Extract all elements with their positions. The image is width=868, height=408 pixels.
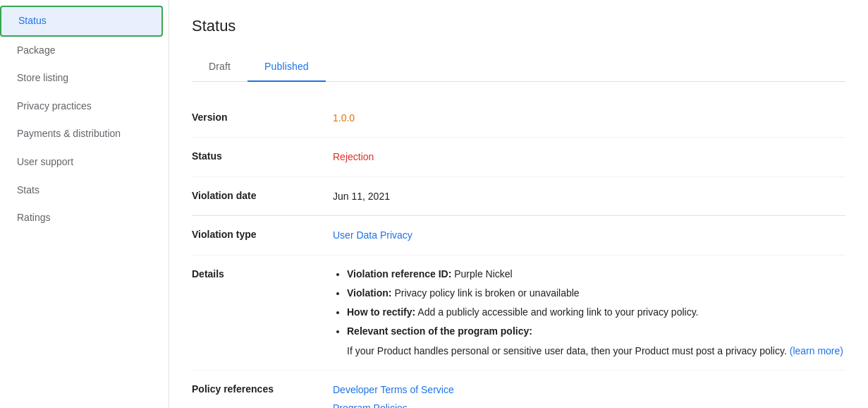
content-table: Version1.0.0StatusRejectionViolation dat…: [192, 99, 845, 408]
detail-item: Violation: Privacy policy link is broken…: [347, 286, 845, 301]
policy-link-program-policies[interactable]: Program Policies: [333, 400, 845, 408]
tab-draft[interactable]: Draft: [192, 52, 247, 82]
main-content: Status DraftPublished Version1.0.0Status…: [169, 0, 868, 408]
value-version: 1.0.0: [333, 110, 845, 126]
row-version: Version1.0.0: [192, 99, 845, 138]
tab-published[interactable]: Published: [247, 52, 326, 82]
label-violation-date: Violation date: [192, 188, 333, 201]
label-details: Details: [192, 267, 333, 280]
value-violation-type[interactable]: User Data Privacy: [333, 227, 845, 243]
sidebar-item-ratings[interactable]: Ratings: [0, 204, 163, 232]
sidebar: StatusPackageStore listingPrivacy practi…: [0, 0, 169, 408]
policy-links: Developer Terms of ServiceProgram Polici…: [333, 382, 845, 408]
sidebar-item-store-listing[interactable]: Store listing: [0, 64, 163, 92]
detail-item: Violation reference ID: Purple Nickel: [347, 267, 845, 282]
row-violation-date: Violation dateJun 11, 2021: [192, 177, 845, 216]
label-status: Status: [192, 149, 333, 162]
label-violation-type: Violation type: [192, 227, 333, 240]
sidebar-item-package[interactable]: Package: [0, 37, 163, 65]
label-policy-references: Policy references: [192, 382, 333, 395]
detail-item: How to rectify: Add a publicly accessibl…: [347, 305, 845, 320]
details-list: Violation reference ID: Purple NickelVio…: [333, 267, 845, 339]
row-details: DetailsViolation reference ID: Purple Ni…: [192, 256, 845, 371]
sidebar-item-payments[interactable]: Payments & distribution: [0, 120, 163, 148]
label-version: Version: [192, 110, 333, 123]
policy-link-developer-terms-of-service[interactable]: Developer Terms of Service: [333, 382, 845, 397]
sidebar-item-user-support[interactable]: User support: [0, 148, 163, 176]
link-violation-type[interactable]: User Data Privacy: [333, 229, 412, 241]
sidebar-item-privacy-practices[interactable]: Privacy practices: [0, 92, 163, 121]
detail-item: Relevant section of the program policy:: [347, 324, 845, 339]
page-title: Status: [192, 17, 845, 35]
value-violation-date: Jun 11, 2021: [333, 188, 845, 204]
row-violation-type: Violation typeUser Data Privacy: [192, 216, 845, 255]
row-status: StatusRejection: [192, 138, 845, 176]
value-details: Violation reference ID: Purple NickelVio…: [333, 267, 845, 359]
extra-text: If your Product handles personal or sens…: [347, 343, 845, 359]
sidebar-item-status[interactable]: Status: [0, 6, 163, 37]
value-status: Rejection: [333, 149, 845, 164]
learn-more-link[interactable]: (learn more): [790, 345, 843, 356]
value-policy-references[interactable]: Developer Terms of ServiceProgram Polici…: [333, 382, 845, 408]
row-policy-references: Policy referencesDeveloper Terms of Serv…: [192, 371, 845, 408]
sidebar-item-stats[interactable]: Stats: [0, 176, 163, 205]
tabs: DraftPublished: [192, 52, 845, 82]
